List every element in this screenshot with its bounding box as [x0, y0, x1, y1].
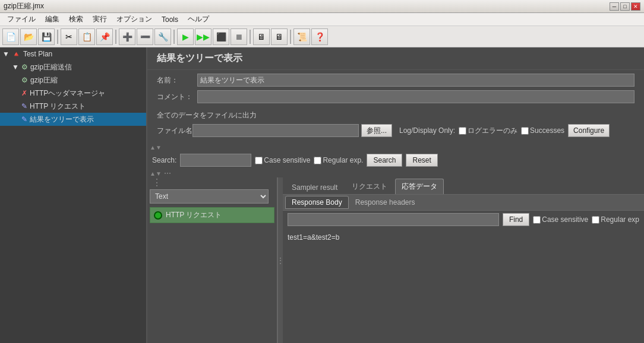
reset-button[interactable]: Reset	[406, 154, 437, 167]
toolbar-separator-2	[115, 30, 116, 44]
log-display-area: Log/Display Only: ログエラーのみ Successes Conf…	[399, 124, 610, 137]
response-body-text: test1=a&test2=b	[288, 233, 339, 242]
file-row: ファイル名 参照... Log/Display Only: ログエラーのみ Su…	[147, 123, 644, 141]
search-input[interactable]	[180, 154, 251, 167]
left-panel-header: ⋮	[147, 177, 277, 187]
menu-edit[interactable]: 編集	[40, 13, 64, 26]
regular-exp-checkbox[interactable]	[314, 157, 321, 164]
remote-all-button[interactable]: 🖥	[271, 28, 288, 45]
toolbar-separator-5	[290, 30, 291, 44]
log-error-checkbox[interactable]	[459, 127, 466, 135]
remote-button[interactable]: 🖥	[253, 28, 270, 45]
tab-request[interactable]: リクエスト	[345, 179, 394, 194]
menu-run[interactable]: 実行	[88, 13, 112, 26]
remove-button[interactable]: ➖	[137, 28, 153, 45]
sidebar-item-result-tree[interactable]: ✎ 結果をツリーで表示	[0, 113, 146, 126]
threadgroup-icon: ⚙	[21, 63, 28, 71]
sidebar-item-header-manager[interactable]: ✗ HTTPヘッダマネージャ	[0, 87, 146, 100]
menu-bar: ファイル 編集 検索 実行 オプション Tools ヘルプ	[0, 13, 644, 26]
divider-handle-1: ▲▼	[150, 144, 162, 151]
right-panel: Sampler result リクエスト 応答データ Response Body…	[283, 177, 644, 343]
find-regular-exp-checkbox[interactable]	[592, 216, 599, 224]
add-button[interactable]: ➕	[119, 28, 135, 45]
minimize-button[interactable]: ─	[610, 2, 619, 11]
successes-label[interactable]: Successes	[521, 126, 564, 135]
search-button[interactable]: Search	[367, 154, 402, 167]
ellipsis-button[interactable]: ⋯	[162, 169, 173, 177]
response-headers-tab[interactable]: Response headers	[349, 196, 422, 209]
stop-button[interactable]: ⬛	[213, 28, 229, 45]
menu-tools[interactable]: Tools	[157, 14, 183, 25]
response-body-content: test1=a&test2=b	[283, 228, 644, 343]
comment-label: コメント：	[157, 92, 197, 102]
menu-file[interactable]: ファイル	[2, 13, 40, 26]
menu-options[interactable]: オプション	[112, 13, 157, 26]
panel-title: 結果をツリーで表示	[157, 52, 634, 65]
header-manager-icon: ✗	[21, 89, 27, 97]
divider-handle-2: ▲▼	[150, 170, 162, 177]
left-panel-dots: ⋮	[150, 177, 164, 188]
run-button[interactable]: ▶	[177, 28, 194, 45]
log-error-label[interactable]: ログエラーのみ	[459, 126, 517, 136]
sidebar-item-gzip[interactable]: ⚙ gzip圧縮	[0, 74, 146, 87]
find-input[interactable]	[288, 213, 499, 226]
sidebar-item-http-request[interactable]: ✎ HTTP リクエスト	[0, 100, 146, 113]
toolbar-separator-1	[57, 30, 58, 44]
find-regular-exp[interactable]: Regular exp	[592, 215, 639, 224]
case-sensitive-label[interactable]: Case sensitive	[255, 156, 310, 164]
maximize-button[interactable]: □	[620, 2, 630, 11]
open-button[interactable]: 📂	[20, 28, 37, 45]
menu-search[interactable]: 検索	[64, 13, 88, 26]
main-container: ▼ 🔺 Test Plan ▼ ⚙ gzip圧縮送信 ⚙ gzip圧縮 ✗ HT…	[0, 47, 644, 343]
all-data-section: 全てのデータをファイルに出力	[147, 110, 644, 123]
stop-all-button[interactable]: ⏹	[231, 28, 247, 45]
left-panel: ⋮ Text HTML JSON XML HTTP リクエスト	[147, 177, 278, 343]
close-button[interactable]: ✕	[631, 2, 640, 11]
tabs-row: Sampler result リクエスト 応答データ	[283, 177, 644, 195]
browse-button[interactable]: 参照...	[361, 124, 392, 137]
response-area: Response Body Response headers Find Case…	[283, 195, 644, 343]
find-button[interactable]: Find	[503, 213, 529, 226]
search-row: Search: Case sensitive Regular exp. Sear…	[147, 151, 644, 169]
name-input[interactable]	[197, 74, 634, 87]
title-bar: gzip圧縮.jmx ─ □ ✕	[0, 0, 644, 13]
text-dropdown[interactable]: Text HTML JSON XML	[150, 189, 269, 204]
copy-button[interactable]: 📋	[78, 28, 95, 45]
response-body-tab[interactable]: Response Body	[285, 196, 349, 209]
divider-1[interactable]: ▲▼	[147, 143, 644, 151]
reset-button[interactable]: 🔧	[154, 28, 171, 45]
cut-button[interactable]: ✂	[61, 28, 77, 45]
case-sensitive-checkbox[interactable]	[255, 157, 263, 164]
dropdown-container: Text HTML JSON XML	[147, 187, 277, 206]
regular-exp-label[interactable]: Regular exp.	[314, 156, 363, 164]
divider-2[interactable]: ▲▼ ⋯	[147, 169, 644, 177]
successes-checkbox[interactable]	[521, 127, 529, 135]
tab-sampler-result[interactable]: Sampler result	[285, 180, 344, 194]
run-all-button[interactable]: ▶▶	[195, 28, 211, 45]
comment-input[interactable]	[197, 90, 634, 103]
all-data-label: 全てのデータをファイルに出力	[157, 111, 257, 119]
list-item-http-request[interactable]: HTTP リクエスト	[150, 207, 274, 223]
configure-button[interactable]: Configure	[568, 124, 610, 137]
help-button[interactable]: ❓	[311, 28, 328, 45]
comment-row: コメント：	[157, 90, 634, 103]
sidebar-item-testplan[interactable]: ▼ 🔺 Test Plan	[0, 47, 146, 61]
script-button[interactable]: 📜	[293, 28, 310, 45]
threadgroup-expand-icon: ▼	[12, 63, 19, 71]
menu-help[interactable]: ヘルプ	[183, 13, 214, 26]
content-area: 結果をツリーで表示 名前： コメント： 全てのデータをファイルに出力 ファイル名…	[147, 47, 644, 343]
paste-button[interactable]: 📌	[96, 28, 113, 45]
split-panel: ⋮ Text HTML JSON XML HTTP リクエスト	[147, 177, 644, 343]
toolbar-separator-3	[173, 30, 175, 44]
save-button[interactable]: 💾	[38, 28, 55, 45]
log-display-label: Log/Display Only:	[399, 126, 455, 135]
file-name-input[interactable]	[192, 124, 359, 137]
vertical-drag-handle[interactable]	[278, 177, 283, 343]
find-case-sensitive-checkbox[interactable]	[533, 216, 541, 224]
name-label: 名前：	[157, 75, 197, 85]
testplan-icon: ▼	[2, 50, 10, 58]
sidebar-item-threadgroup[interactable]: ▼ ⚙ gzip圧縮送信	[0, 61, 146, 74]
find-case-sensitive[interactable]: Case sensitive	[533, 215, 588, 224]
tab-response-data[interactable]: 応答データ	[395, 179, 444, 194]
new-button[interactable]: 📄	[2, 28, 19, 45]
